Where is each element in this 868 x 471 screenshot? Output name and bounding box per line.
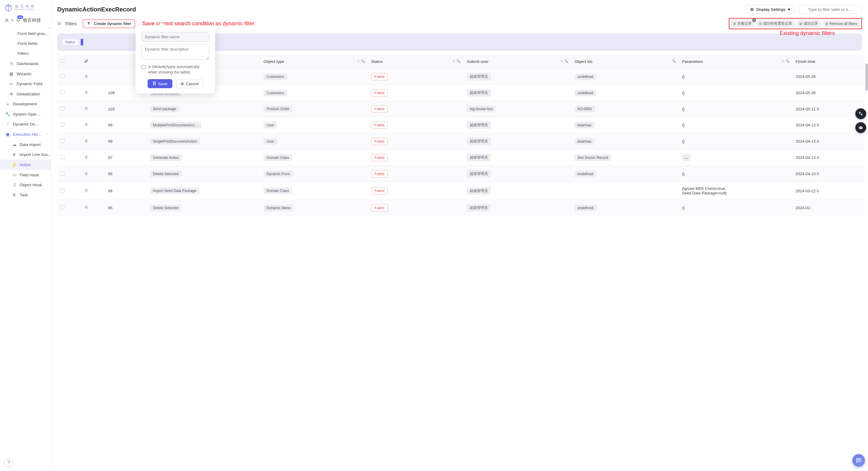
nav-field-hook[interactable]: ▭Field Hook: [0, 170, 51, 180]
row-checkbox[interactable]: [60, 155, 64, 159]
nav-wizards[interactable]: ▦Wizards: [0, 69, 51, 79]
search-icon[interactable]: 🔍: [361, 59, 365, 63]
filter-pill-success[interactable]: ⊘ 成功记录: [797, 20, 821, 27]
nav-dynamic-do[interactable]: ᛘDynamic Do…: [0, 119, 51, 129]
table-row[interactable]: 99MultiplePrintDocumentAct…UserFailed超级管…: [57, 117, 864, 133]
row-checkbox[interactable]: [60, 90, 64, 95]
nav-globalization[interactable]: ⊕Globalization: [0, 89, 51, 99]
table-row[interactable]: 95Delete SelectedDynamic FormFailed超级管理员…: [57, 166, 864, 182]
cell-action: MultiplePrintDocumentAct…: [150, 122, 201, 129]
cancel-icon: ⊗: [181, 81, 184, 86]
is-default-checkbox[interactable]: [142, 65, 146, 69]
nav-form-fields[interactable]: Form fields: [0, 38, 51, 48]
filter-value-chip[interactable]: [81, 39, 83, 45]
filter-description-input[interactable]: [142, 44, 209, 60]
nav-execution-history[interactable]: ▣Execution His…⌃: [0, 129, 51, 139]
row-checkbox[interactable]: [60, 74, 64, 78]
col-submit-user[interactable]: Submit user⇅🔍: [464, 55, 571, 69]
cell-action: Delete Selected: [150, 171, 182, 177]
filter-pill-remove-all[interactable]: ⊘ Remove all filters: [823, 21, 860, 27]
gear-icon[interactable]: [84, 140, 89, 144]
collapse-sidebar-icon[interactable]: ‹‹: [49, 25, 49, 30]
gear-icon[interactable]: [84, 172, 89, 177]
sort-icon[interactable]: ⇅: [560, 59, 563, 63]
grid-icon: ⊞: [750, 7, 754, 12]
svg-point-8: [86, 173, 87, 174]
nav-dynamic-field[interactable]: StrDynamic Field: [0, 79, 51, 89]
nav-import-line[interactable]: 🗎Import Line Suc…: [0, 149, 51, 160]
row-checkbox[interactable]: [60, 139, 64, 143]
cell-action: Send package: [150, 106, 179, 112]
is-default-checkbox-row[interactable]: Is Default(Apply automatically when show…: [142, 64, 209, 75]
create-dynamic-filter-button[interactable]: Create dynamic filter: [83, 20, 135, 28]
pencil-icon[interactable]: [84, 60, 89, 64]
search-icon[interactable]: 🔍: [672, 59, 676, 63]
row-checkbox[interactable]: [60, 106, 64, 111]
nav-object-hook[interactable]: ᛞObject Hook: [0, 180, 51, 190]
search-icon[interactable]: 🔍: [564, 59, 568, 63]
cancel-button[interactable]: ⊗ Cancel: [176, 79, 203, 88]
table-row[interactable]: 98SinglePrintDocumentActionUserFailed超级管…: [57, 133, 864, 149]
sort-icon[interactable]: ⇅: [453, 59, 455, 63]
bot-fab[interactable]: [855, 122, 866, 133]
nav-filters[interactable]: Filters: [0, 48, 51, 58]
nav-action[interactable]: ⚡Action: [0, 160, 51, 170]
row-checkbox[interactable]: [60, 205, 64, 209]
search-icon[interactable]: 🔍: [785, 59, 790, 63]
tree-icon: ᛘ: [5, 122, 10, 126]
row-checkbox[interactable]: [60, 171, 64, 175]
col-parameters[interactable]: Parameters⇅🔍: [679, 55, 793, 69]
gear-icon[interactable]: [84, 156, 89, 160]
cell-status: Failed: [371, 170, 388, 177]
close-icon[interactable]: ✕: [752, 19, 756, 22]
table-row[interactable]: 97Generate ActionDomain ClassFailed超级管理员…: [57, 149, 864, 166]
nav-development[interactable]: 🕭Development: [0, 99, 51, 109]
display-settings-button[interactable]: ⊞ Display Settings ▾: [746, 5, 795, 14]
filter-pill-fail[interactable]: ⊘ 失败记录 ✕: [731, 20, 755, 27]
nav-system-oper[interactable]: 🔧System Oper…: [0, 109, 51, 119]
scrollbar-thumb[interactable]: [865, 64, 868, 91]
table-row[interactable]: 85Delete SelectedDynamic MenuFailed超级管理员…: [57, 200, 864, 216]
globe-icon: ⊕: [9, 92, 13, 96]
user-row[interactable]: ▾ 13 牧言科技: [0, 15, 51, 27]
col-finish-time[interactable]: Finish time: [793, 55, 864, 69]
cell-object-type: Customers: [264, 90, 287, 96]
cell-user: 超级管理员: [467, 154, 491, 161]
cell-status: Failed: [371, 187, 388, 194]
search-icon[interactable]: 🔍: [457, 59, 461, 63]
params-more[interactable]: …: [682, 155, 690, 161]
gear-icon[interactable]: [84, 107, 89, 112]
sort-icon[interactable]: ⇅: [781, 59, 784, 63]
chevron-up-icon: ⌃: [45, 133, 47, 136]
save-button[interactable]: Save: [148, 79, 172, 88]
status-chip[interactable]: Status: [62, 39, 78, 45]
gear-icon[interactable]: [84, 124, 89, 128]
filter-name-input[interactable]: [142, 32, 209, 42]
gear-icon[interactable]: [84, 189, 89, 194]
nav-form-field-group[interactable]: Form field grou…: [0, 29, 51, 38]
row-checkbox[interactable]: [60, 123, 64, 127]
filters-label: Filters: [65, 21, 77, 26]
doc-icon: 🗎: [12, 152, 17, 157]
gear-icon[interactable]: [84, 91, 89, 96]
table-row[interactable]: 103Send packageProduct OrderFailedbig-ho…: [57, 101, 864, 117]
filter-pill-warn[interactable]: ⊙ 成功但有警告记录: [756, 20, 795, 27]
table-filter-input[interactable]: [799, 5, 862, 14]
chat-fab[interactable]: [852, 454, 865, 467]
nav-data-import[interactable]: ☁Data import: [0, 139, 51, 149]
gear-icon[interactable]: [84, 75, 89, 79]
help-button[interactable]: ?: [4, 458, 13, 467]
select-all-checkbox[interactable]: [60, 59, 64, 63]
nav-task[interactable]: 🗎Task: [0, 190, 51, 200]
col-object-type[interactable]: Object type⇅🔍: [260, 55, 368, 69]
table-row[interactable]: 88Import Seed Data PackageDomain ClassFa…: [57, 182, 864, 200]
cell-id: 88: [105, 182, 147, 200]
col-object-ids[interactable]: Object ids🔍: [571, 55, 679, 69]
translate-fab[interactable]: [855, 108, 866, 119]
gear-icon[interactable]: [84, 206, 89, 211]
nav-dashboards[interactable]: ◷Dashboards: [0, 58, 51, 69]
sort-icon[interactable]: ⇅: [357, 59, 360, 63]
cell-action: Delete Selected: [150, 205, 182, 211]
col-status[interactable]: Status⇅🔍: [368, 55, 464, 69]
row-checkbox[interactable]: [60, 189, 64, 193]
